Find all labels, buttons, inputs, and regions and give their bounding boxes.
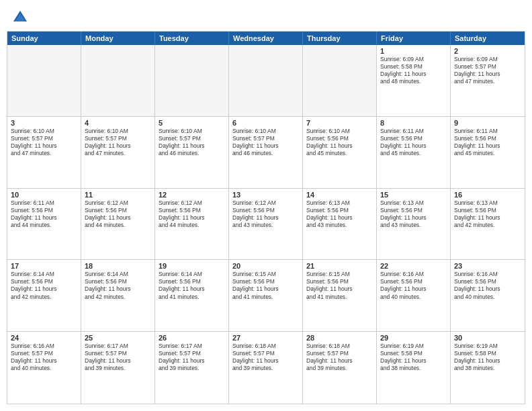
- calendar-cell: 19Sunrise: 6:14 AM Sunset: 5:56 PM Dayli…: [155, 260, 229, 331]
- day-number: 8: [380, 119, 447, 127]
- day-info: Sunrise: 6:18 AM Sunset: 5:57 PM Dayligh…: [306, 342, 373, 372]
- weekday-header: Friday: [377, 32, 451, 45]
- day-info: Sunrise: 6:10 AM Sunset: 5:57 PM Dayligh…: [85, 128, 151, 157]
- calendar-cell: 10Sunrise: 6:11 AM Sunset: 5:56 PM Dayli…: [7, 189, 81, 260]
- day-number: 9: [454, 119, 521, 127]
- day-number: 30: [454, 334, 521, 342]
- calendar-row: 24Sunrise: 6:16 AM Sunset: 5:57 PM Dayli…: [7, 332, 525, 404]
- day-number: 3: [11, 119, 77, 127]
- calendar-cell: 22Sunrise: 6:16 AM Sunset: 5:56 PM Dayli…: [377, 260, 451, 331]
- calendar-header: SundayMondayTuesdayWednesdayThursdayFrid…: [7, 32, 525, 45]
- day-info: Sunrise: 6:16 AM Sunset: 5:57 PM Dayligh…: [11, 342, 77, 372]
- day-number: 19: [159, 262, 225, 270]
- day-info: Sunrise: 6:19 AM Sunset: 5:58 PM Dayligh…: [454, 342, 521, 372]
- day-info: Sunrise: 6:09 AM Sunset: 5:57 PM Dayligh…: [454, 56, 521, 85]
- calendar-cell: 25Sunrise: 6:17 AM Sunset: 5:57 PM Dayli…: [81, 332, 155, 404]
- day-number: 28: [306, 334, 373, 342]
- day-info: Sunrise: 6:14 AM Sunset: 5:56 PM Dayligh…: [85, 271, 151, 300]
- logo-icon: [11, 8, 30, 27]
- day-number: 6: [232, 119, 299, 127]
- day-number: 5: [159, 119, 225, 127]
- day-info: Sunrise: 6:14 AM Sunset: 5:56 PM Dayligh…: [159, 271, 225, 300]
- day-number: 14: [306, 191, 373, 199]
- day-number: 22: [380, 262, 447, 270]
- calendar-cell: 16Sunrise: 6:13 AM Sunset: 5:56 PM Dayli…: [451, 189, 525, 260]
- calendar-cell: [303, 45, 377, 116]
- calendar-cell: 17Sunrise: 6:14 AM Sunset: 5:56 PM Dayli…: [7, 260, 81, 331]
- day-number: 12: [159, 191, 225, 199]
- day-number: 15: [380, 191, 447, 199]
- day-number: 23: [454, 262, 521, 270]
- calendar-row: 3Sunrise: 6:10 AM Sunset: 5:57 PM Daylig…: [7, 117, 525, 189]
- day-number: 29: [380, 334, 447, 342]
- calendar-cell: 26Sunrise: 6:17 AM Sunset: 5:57 PM Dayli…: [155, 332, 229, 404]
- day-info: Sunrise: 6:17 AM Sunset: 5:57 PM Dayligh…: [159, 342, 225, 372]
- day-number: 25: [85, 334, 151, 342]
- calendar-cell: 7Sunrise: 6:10 AM Sunset: 5:56 PM Daylig…: [303, 117, 377, 188]
- calendar-cell: 27Sunrise: 6:18 AM Sunset: 5:57 PM Dayli…: [229, 332, 303, 404]
- day-info: Sunrise: 6:10 AM Sunset: 5:56 PM Dayligh…: [306, 128, 373, 157]
- day-number: 26: [159, 334, 225, 342]
- day-number: 7: [306, 119, 373, 127]
- day-info: Sunrise: 6:14 AM Sunset: 5:56 PM Dayligh…: [11, 271, 77, 300]
- calendar-cell: 11Sunrise: 6:12 AM Sunset: 5:56 PM Dayli…: [81, 189, 155, 260]
- calendar-cell: 30Sunrise: 6:19 AM Sunset: 5:58 PM Dayli…: [451, 332, 525, 404]
- page: SundayMondayTuesdayWednesdayThursdayFrid…: [0, 0, 532, 411]
- day-info: Sunrise: 6:11 AM Sunset: 5:56 PM Dayligh…: [454, 128, 521, 157]
- day-info: Sunrise: 6:12 AM Sunset: 5:56 PM Dayligh…: [85, 199, 151, 229]
- day-info: Sunrise: 6:15 AM Sunset: 5:56 PM Dayligh…: [232, 271, 299, 300]
- day-info: Sunrise: 6:12 AM Sunset: 5:56 PM Dayligh…: [159, 199, 225, 229]
- calendar-cell: 24Sunrise: 6:16 AM Sunset: 5:57 PM Dayli…: [7, 332, 81, 404]
- calendar-cell: [7, 45, 81, 116]
- day-number: 10: [11, 191, 77, 199]
- day-number: 11: [85, 191, 151, 199]
- day-info: Sunrise: 6:10 AM Sunset: 5:57 PM Dayligh…: [11, 128, 77, 157]
- day-number: 13: [232, 191, 299, 199]
- calendar-cell: 29Sunrise: 6:19 AM Sunset: 5:58 PM Dayli…: [377, 332, 451, 404]
- logo: [11, 8, 32, 27]
- day-number: 18: [85, 262, 151, 270]
- day-info: Sunrise: 6:11 AM Sunset: 5:56 PM Dayligh…: [380, 128, 447, 157]
- calendar-cell: [229, 45, 303, 116]
- day-info: Sunrise: 6:18 AM Sunset: 5:57 PM Dayligh…: [232, 342, 299, 372]
- day-number: 16: [454, 191, 521, 199]
- weekday-header: Wednesday: [229, 32, 303, 45]
- calendar-cell: 9Sunrise: 6:11 AM Sunset: 5:56 PM Daylig…: [451, 117, 525, 188]
- weekday-header: Thursday: [303, 32, 377, 45]
- calendar-cell: 4Sunrise: 6:10 AM Sunset: 5:57 PM Daylig…: [81, 117, 155, 188]
- calendar-cell: 2Sunrise: 6:09 AM Sunset: 5:57 PM Daylig…: [451, 45, 525, 116]
- day-info: Sunrise: 6:11 AM Sunset: 5:56 PM Dayligh…: [11, 199, 77, 229]
- calendar-cell: 15Sunrise: 6:13 AM Sunset: 5:56 PM Dayli…: [377, 189, 451, 260]
- day-info: Sunrise: 6:09 AM Sunset: 5:58 PM Dayligh…: [380, 56, 447, 85]
- weekday-header: Monday: [81, 32, 155, 45]
- day-number: 4: [85, 119, 151, 127]
- calendar-cell: 21Sunrise: 6:15 AM Sunset: 5:56 PM Dayli…: [303, 260, 377, 331]
- day-info: Sunrise: 6:10 AM Sunset: 5:57 PM Dayligh…: [159, 128, 225, 157]
- calendar-cell: [155, 45, 229, 116]
- day-number: 2: [454, 47, 521, 55]
- calendar-cell: 1Sunrise: 6:09 AM Sunset: 5:58 PM Daylig…: [377, 45, 451, 116]
- calendar-cell: 3Sunrise: 6:10 AM Sunset: 5:57 PM Daylig…: [7, 117, 81, 188]
- calendar-cell: 12Sunrise: 6:12 AM Sunset: 5:56 PM Dayli…: [155, 189, 229, 260]
- day-number: 21: [306, 262, 373, 270]
- day-info: Sunrise: 6:17 AM Sunset: 5:57 PM Dayligh…: [85, 342, 151, 372]
- day-number: 24: [11, 334, 77, 342]
- day-info: Sunrise: 6:19 AM Sunset: 5:58 PM Dayligh…: [380, 342, 447, 372]
- calendar-cell: 18Sunrise: 6:14 AM Sunset: 5:56 PM Dayli…: [81, 260, 155, 331]
- day-info: Sunrise: 6:16 AM Sunset: 5:56 PM Dayligh…: [454, 271, 521, 300]
- calendar-row: 17Sunrise: 6:14 AM Sunset: 5:56 PM Dayli…: [7, 260, 525, 332]
- day-info: Sunrise: 6:13 AM Sunset: 5:56 PM Dayligh…: [306, 199, 373, 229]
- weekday-header: Sunday: [7, 32, 81, 45]
- calendar-row: 1Sunrise: 6:09 AM Sunset: 5:58 PM Daylig…: [7, 45, 525, 117]
- calendar-cell: 14Sunrise: 6:13 AM Sunset: 5:56 PM Dayli…: [303, 189, 377, 260]
- weekday-header: Tuesday: [155, 32, 229, 45]
- calendar-cell: 5Sunrise: 6:10 AM Sunset: 5:57 PM Daylig…: [155, 117, 229, 188]
- day-info: Sunrise: 6:15 AM Sunset: 5:56 PM Dayligh…: [306, 271, 373, 300]
- day-info: Sunrise: 6:16 AM Sunset: 5:56 PM Dayligh…: [380, 271, 447, 300]
- calendar-cell: [81, 45, 155, 116]
- calendar-cell: 28Sunrise: 6:18 AM Sunset: 5:57 PM Dayli…: [303, 332, 377, 404]
- calendar-cell: 8Sunrise: 6:11 AM Sunset: 5:56 PM Daylig…: [377, 117, 451, 188]
- day-number: 20: [232, 262, 299, 270]
- day-info: Sunrise: 6:13 AM Sunset: 5:56 PM Dayligh…: [380, 199, 447, 229]
- day-info: Sunrise: 6:13 AM Sunset: 5:56 PM Dayligh…: [454, 199, 521, 229]
